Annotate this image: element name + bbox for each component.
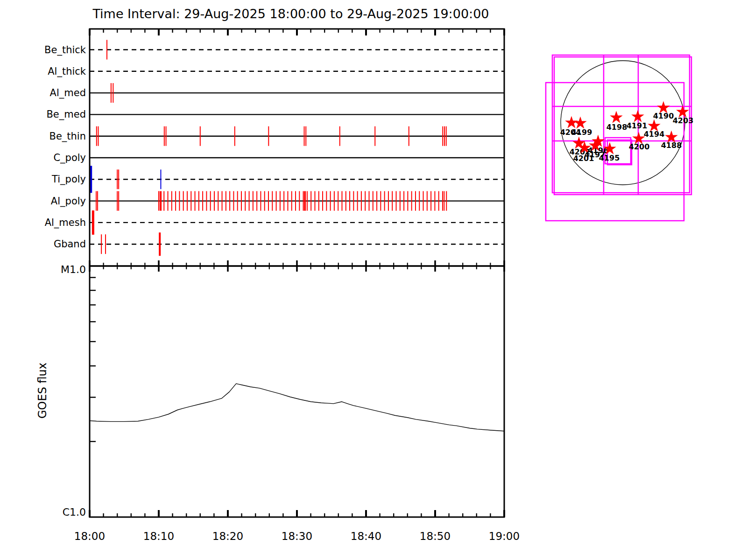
channel-label-Al_med: Al_med: [50, 87, 86, 99]
time-tick-label-18:30: 18:30: [282, 530, 312, 542]
timeline-frame: [90, 29, 504, 266]
active-region-label-4190: 4190: [653, 112, 674, 120]
timeline-panel: Be_thickAl_thickAl_medBe_medBe_thinC_pol…: [44, 29, 504, 272]
channel-label-Al_thick: Al_thick: [48, 66, 86, 77]
solar-disk-map: 4204419941984191419042034194420041884202…: [546, 55, 693, 221]
active-region-label-4198: 4198: [606, 123, 627, 132]
goes-ytick-label-bottom: C1.0: [63, 506, 86, 518]
time-tick-label-18:10: 18:10: [143, 530, 174, 542]
active-region-label-4195: 4195: [599, 154, 620, 162]
screenshot-root: Time Interval: 29-Aug-2025 18:00:00 to 2…: [0, 0, 747, 560]
time-tick-label-18:50: 18:50: [420, 530, 451, 542]
goes-flux-axis-label: GOES flux: [36, 363, 49, 419]
channel-label-Al_poly: Al_poly: [51, 196, 86, 207]
active-region-star-4203: [676, 105, 689, 118]
active-region-label-4200: 4200: [629, 142, 650, 151]
goes-ytick-label-top: M1.0: [61, 264, 86, 275]
page-title: Time Interval: 29-Aug-2025 18:00:00 to 2…: [90, 7, 492, 21]
time-tick-label-18:00: 18:00: [74, 530, 105, 542]
channel-label-Al_mesh: Al_mesh: [45, 217, 86, 229]
channel-label-Ti_poly: Ti_poly: [51, 174, 86, 185]
time-tick-label-18:20: 18:20: [212, 530, 243, 542]
channel-label-Be_thin: Be_thin: [49, 131, 86, 142]
plot-canvas: Be_thickAl_thickAl_medBe_medBe_thinC_pol…: [0, 0, 747, 560]
goes-frame: [90, 266, 504, 517]
active-region-label-4194: 4194: [644, 130, 665, 139]
time-tick-label-18:40: 18:40: [351, 530, 381, 542]
active-region-label-4203: 4203: [673, 116, 694, 125]
goes-flux-curve: [90, 384, 504, 431]
active-region-label-4191: 4191: [627, 121, 648, 130]
active-region-label-4188: 4188: [661, 141, 682, 150]
channel-label-Be_med: Be_med: [46, 109, 86, 120]
goes-flux-panel: M1.0C1.018:0018:1018:2018:3018:4018:5019…: [61, 264, 520, 542]
active-region-star-4199: [574, 117, 587, 129]
channel-label-Be_thick: Be_thick: [44, 44, 86, 56]
channel-label-Gband: Gband: [54, 238, 86, 250]
active-region-label-4199: 4199: [571, 128, 592, 137]
time-tick-label-19:00: 19:00: [489, 530, 520, 542]
channel-label-C_poly: C_poly: [53, 152, 86, 164]
active-region-star-4198: [610, 111, 623, 123]
